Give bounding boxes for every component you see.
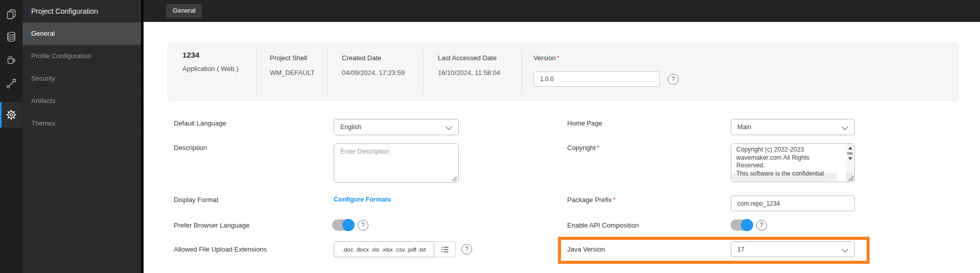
version-input[interactable] bbox=[533, 71, 660, 87]
scroll-up-icon[interactable] bbox=[848, 146, 852, 150]
required-asterisk: * bbox=[597, 144, 599, 152]
chevron-down-icon bbox=[842, 246, 848, 253]
package-prefix-input[interactable] bbox=[731, 195, 855, 211]
vertical-scrollbar[interactable] bbox=[846, 144, 854, 174]
description-label: Description bbox=[174, 144, 207, 152]
pages-icon[interactable] bbox=[0, 3, 22, 26]
scrollbar-thumb[interactable] bbox=[847, 152, 853, 155]
field-last-accessed-date: Last Accessed Date 16/10/2024, 11:58:04 bbox=[438, 54, 500, 77]
general-settings-content: 1234 Application ( Web ) Project Shell W… bbox=[144, 22, 980, 273]
chevron-down-icon bbox=[446, 123, 452, 130]
card-divider bbox=[522, 50, 522, 94]
extensions-list-button[interactable] bbox=[434, 241, 456, 257]
default-language-select[interactable]: English bbox=[334, 119, 459, 135]
resize-corner[interactable] bbox=[846, 173, 854, 181]
enable-api-composition-toggle[interactable] bbox=[731, 219, 753, 231]
required-asterisk: * bbox=[613, 196, 615, 204]
sidebar-item-security[interactable]: Security bbox=[22, 67, 141, 90]
card-divider bbox=[328, 50, 328, 94]
sidebar-title: Project Configuration bbox=[22, 0, 141, 22]
configure-formats-link[interactable]: Configure Formats bbox=[334, 196, 391, 204]
question-mark-icon[interactable]: ? bbox=[358, 220, 368, 231]
database-icon[interactable] bbox=[0, 26, 22, 48]
java-version-select[interactable]: 17 bbox=[731, 241, 855, 257]
prefer-browser-language-label: Prefer Browser Language bbox=[174, 221, 249, 229]
question-mark-icon[interactable]: ? bbox=[756, 220, 767, 231]
card-divider bbox=[424, 50, 424, 94]
scroll-down-icon[interactable] bbox=[848, 157, 852, 160]
project-settings-screen: Project Configuration General Profile Co… bbox=[0, 0, 980, 273]
copyright-textarea[interactable]: Copyright (c) 2022-2023 wavemaker.com Al… bbox=[731, 143, 855, 182]
card-divider bbox=[256, 50, 256, 94]
copyright-label: Copyright* bbox=[567, 144, 599, 152]
sidebar-item-artifacts[interactable]: Artifacts bbox=[22, 90, 141, 112]
list-icon bbox=[440, 245, 450, 254]
sidebar-item-profile-configuration[interactable]: Profile Configuration bbox=[22, 45, 141, 67]
allowed-extensions-input[interactable] bbox=[334, 241, 434, 257]
description-textarea[interactable] bbox=[334, 143, 459, 183]
sidebar-item-general[interactable]: General bbox=[22, 22, 141, 45]
home-page-select[interactable]: Main bbox=[731, 119, 855, 135]
java-services-icon[interactable] bbox=[0, 48, 22, 70]
required-asterisk: * bbox=[556, 54, 559, 62]
project-name: 1234 bbox=[182, 51, 239, 59]
topbar: General bbox=[144, 0, 980, 22]
project-info-card: 1234 Application ( Web ) Project Shell W… bbox=[168, 43, 959, 101]
project-identity: 1234 Application ( Web ) bbox=[182, 51, 239, 72]
allowed-extensions-label: Allowed File Upload Extensions bbox=[174, 245, 267, 253]
field-created-date: Created Date 04/09/2024, 17:23:59 bbox=[342, 54, 405, 77]
home-page-label: Home Page bbox=[567, 119, 602, 127]
field-project-shell: Project Shell WM_DEFAULT bbox=[270, 54, 315, 77]
enable-api-composition-label: Enable API Composition bbox=[567, 221, 639, 229]
settings-sidebar: Project Configuration General Profile Co… bbox=[22, 0, 141, 273]
allowed-extensions-group bbox=[334, 241, 456, 257]
chevron-down-icon bbox=[842, 123, 848, 130]
prefer-browser-language-toggle[interactable] bbox=[332, 219, 355, 231]
question-mark-icon[interactable]: ? bbox=[668, 74, 679, 85]
package-prefix-label: Package Prefix* bbox=[567, 196, 616, 204]
icon-rail bbox=[0, 0, 22, 273]
active-module-indicator bbox=[0, 102, 2, 128]
question-mark-icon[interactable]: ? bbox=[461, 244, 472, 255]
default-language-label: Default Language bbox=[174, 119, 226, 127]
project-type: Application ( Web ) bbox=[182, 65, 239, 72]
tab-general[interactable]: General bbox=[166, 4, 202, 18]
resize-grip-icon bbox=[848, 176, 854, 181]
sidebar-item-themes[interactable]: Themes bbox=[22, 112, 141, 135]
settings-gear-icon[interactable] bbox=[0, 102, 22, 128]
orchestration-icon[interactable] bbox=[0, 72, 22, 95]
java-version-label: Java Version bbox=[567, 245, 605, 253]
display-format-label: Display Format bbox=[174, 196, 218, 204]
version-label: Version* bbox=[533, 54, 559, 62]
